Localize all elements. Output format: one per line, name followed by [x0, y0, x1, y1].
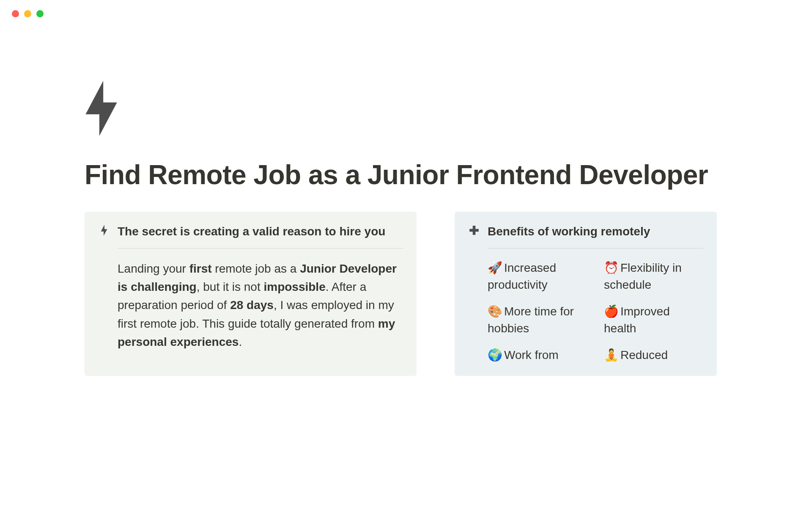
emoji-icon: ⏰ [604, 261, 619, 274]
callout-benefits: Benefits of working remotely 🚀Increased … [455, 212, 717, 376]
benefit-text: Work from [504, 348, 559, 362]
lightning-icon [81, 81, 121, 136]
benefit-item: 🍎Improved health [604, 303, 703, 337]
emoji-icon: 🌍 [488, 348, 502, 362]
window-maximize-button[interactable] [36, 10, 44, 17]
emoji-icon: 🎨 [488, 305, 502, 318]
page-title: Find Remote Job as a Junior Frontend Dev… [85, 159, 727, 191]
emoji-icon: 🧘 [604, 348, 619, 362]
window-minimize-button[interactable] [24, 10, 31, 17]
svg-rect-1 [469, 229, 479, 232]
plus-icon [468, 224, 480, 236]
callout-header: The secret is creating a valid reason to… [98, 224, 403, 240]
benefits-grid: 🚀Increased productivity ⏰Flexibility in … [468, 260, 703, 364]
emoji-icon: 🍎 [604, 305, 619, 318]
benefit-item: 🧘Reduced [604, 347, 703, 364]
callout-title: Benefits of working remotely [488, 224, 703, 240]
window-close-button[interactable] [12, 10, 19, 17]
benefit-item: ⏰Flexibility in schedule [604, 260, 703, 294]
content-columns: The secret is creating a valid reason to… [85, 212, 727, 376]
benefit-item: 🌍Work from [488, 347, 587, 364]
emoji-icon: 🚀 [488, 261, 502, 274]
page-content: Find Remote Job as a Junior Frontend Dev… [0, 17, 812, 376]
window-controls [0, 0, 812, 17]
callout-title: The secret is creating a valid reason to… [118, 224, 403, 240]
lightning-small-icon [98, 224, 110, 236]
benefit-item: 🎨More time for hobbies [488, 303, 587, 337]
divider [118, 248, 403, 248]
divider [488, 248, 703, 248]
benefit-item: 🚀Increased productivity [488, 260, 587, 294]
callout-secret: The secret is creating a valid reason to… [85, 212, 417, 376]
benefit-text: Reduced [620, 348, 668, 362]
page-icon[interactable] [81, 81, 727, 138]
callout-body-text: Landing your first remote job as a Junio… [98, 260, 403, 351]
callout-header: Benefits of working remotely [468, 224, 703, 240]
